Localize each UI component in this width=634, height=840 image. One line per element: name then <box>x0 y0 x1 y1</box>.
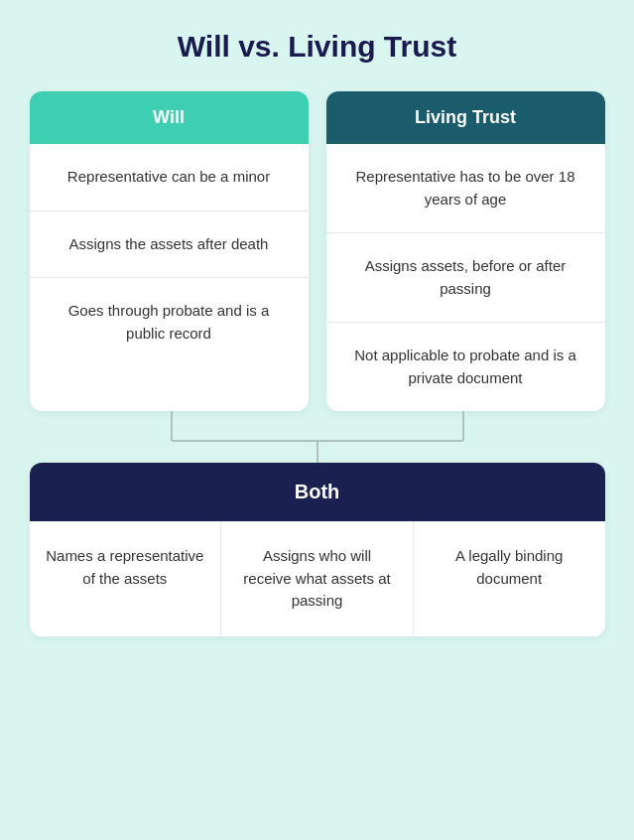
living-trust-card-header: Living Trust <box>326 91 605 144</box>
will-item-1: Representative can be a minor <box>30 144 309 211</box>
comparison-row: Will Representative can be a minor Assig… <box>30 91 605 411</box>
will-header-title: Will <box>153 107 185 127</box>
living-trust-card-body: Representative has to be over 18 years o… <box>326 144 605 411</box>
both-item-1: Names a representative of the assets <box>30 521 222 636</box>
living-trust-header-title: Living Trust <box>415 107 516 127</box>
living-trust-item-1: Representative has to be over 18 years o… <box>326 144 605 233</box>
living-trust-card: Living Trust Representative has to be ov… <box>326 91 605 411</box>
both-section: Both Names a representative of the asset… <box>30 463 605 636</box>
connector <box>30 411 605 463</box>
living-trust-item-3: Not applicable to probate and is a priva… <box>326 323 605 411</box>
will-item-2: Assigns the assets after death <box>30 211 309 279</box>
will-card: Will Representative can be a minor Assig… <box>30 91 309 411</box>
will-item-3: Goes through probate and is a public rec… <box>30 278 309 366</box>
connector-svg <box>30 411 605 463</box>
living-trust-item-2: Assigns assets, before or after passing <box>326 233 605 323</box>
both-header: Both <box>30 463 605 521</box>
page-title: Will vs. Living Trust <box>178 30 456 64</box>
will-card-header: Will <box>30 91 309 144</box>
both-header-title: Both <box>295 481 340 502</box>
both-body: Names a representative of the assets Ass… <box>30 521 605 636</box>
both-item-2: Assigns who will receive what assets at … <box>221 521 414 636</box>
both-item-3: A legally binding document <box>414 521 605 636</box>
will-card-body: Representative can be a minor Assigns th… <box>30 144 309 366</box>
main-container: Will vs. Living Trust Will Representativ… <box>30 30 605 636</box>
